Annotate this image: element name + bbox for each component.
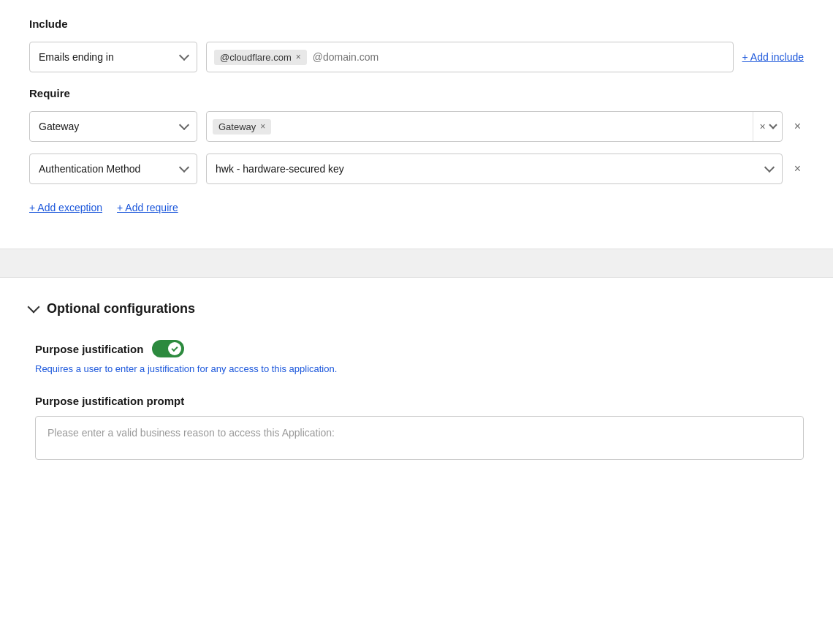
add-exception-link[interactable]: + Add exception bbox=[29, 202, 102, 213]
require-section: Require Gateway Gateway × × bbox=[29, 87, 804, 213]
optional-config-title: Optional configurations bbox=[47, 301, 195, 317]
require-section-label: Require bbox=[29, 87, 804, 99]
toggle-check-icon bbox=[172, 344, 178, 351]
auth-method-type-label: Authentication Method bbox=[39, 163, 140, 175]
gateway-tags-area: Gateway × bbox=[213, 119, 747, 135]
toggle-thumb bbox=[168, 342, 181, 355]
gateway-tag-input[interactable]: Gateway × × bbox=[206, 111, 783, 142]
gateway-tag-value: Gateway bbox=[218, 121, 256, 132]
add-require-link[interactable]: + Add require bbox=[117, 202, 178, 213]
section-divider bbox=[0, 249, 833, 278]
optional-config-header[interactable]: Optional configurations bbox=[29, 301, 804, 317]
include-domain-input[interactable] bbox=[313, 51, 726, 63]
gateway-dropdown-chevron-icon[interactable] bbox=[769, 121, 777, 129]
include-row: Emails ending in @cloudflare.com × + Add… bbox=[29, 42, 804, 72]
include-section: Include Emails ending in @cloudflare.com… bbox=[29, 18, 804, 72]
prompt-placeholder-text: Please enter a valid business reason to … bbox=[47, 427, 335, 439]
purpose-justification-prompt-label: Purpose justification prompt bbox=[35, 395, 804, 407]
optional-config-chevron-icon bbox=[28, 300, 40, 313]
include-type-dropdown-chevron-icon bbox=[179, 50, 189, 61]
include-tag-value: @cloudflare.com bbox=[220, 52, 292, 63]
bottom-section: Optional configurations Purpose justific… bbox=[0, 278, 833, 504]
purpose-justification-prompt-input[interactable]: Please enter a valid business reason to … bbox=[35, 416, 804, 460]
include-type-dropdown[interactable]: Emails ending in bbox=[29, 42, 197, 72]
gateway-type-label: Gateway bbox=[39, 121, 79, 132]
purpose-justification-toggle[interactable] bbox=[152, 340, 184, 357]
purpose-justification-label-row: Purpose justification bbox=[35, 340, 804, 357]
auth-method-value-dropdown[interactable]: hwk - hardware-secured key bbox=[206, 154, 783, 184]
add-include-link[interactable]: + Add include bbox=[742, 51, 804, 63]
require-auth-method-row: Authentication Method hwk - hardware-sec… bbox=[29, 154, 804, 184]
include-type-dropdown-label: Emails ending in bbox=[39, 51, 114, 63]
auth-method-row-remove-icon[interactable]: × bbox=[791, 162, 804, 175]
include-tag-close-icon[interactable]: × bbox=[296, 53, 301, 61]
toggle-track bbox=[152, 340, 184, 357]
auth-method-chevron-icon bbox=[179, 162, 189, 173]
include-tag-cloudflare: @cloudflare.com × bbox=[214, 50, 307, 65]
include-tag-input[interactable]: @cloudflare.com × bbox=[206, 42, 734, 72]
purpose-justification-block: Purpose justification Requires a user to… bbox=[29, 340, 804, 374]
top-section: Include Emails ending in @cloudflare.com… bbox=[0, 0, 833, 237]
gateway-tag-close-icon[interactable]: × bbox=[260, 122, 265, 131]
require-action-links: + Add exception + Add require bbox=[29, 202, 804, 213]
gateway-clear-icon[interactable]: × bbox=[759, 121, 765, 132]
purpose-justification-label: Purpose justification bbox=[35, 343, 143, 355]
gateway-row-remove-icon[interactable]: × bbox=[791, 120, 804, 133]
gateway-tag: Gateway × bbox=[213, 119, 271, 135]
gateway-type-dropdown[interactable]: Gateway bbox=[29, 111, 197, 142]
gateway-type-chevron-icon bbox=[179, 120, 189, 130]
include-section-label: Include bbox=[29, 18, 804, 30]
require-gateway-row: Gateway Gateway × × × bbox=[29, 111, 804, 142]
gateway-input-controls: × bbox=[753, 112, 775, 141]
auth-method-value-chevron-icon bbox=[764, 162, 775, 173]
page-container: Include Emails ending in @cloudflare.com… bbox=[0, 0, 833, 644]
auth-method-type-dropdown[interactable]: Authentication Method bbox=[29, 154, 197, 184]
purpose-justification-description: Requires a user to enter a justification… bbox=[35, 363, 804, 374]
auth-method-value-label: hwk - hardware-secured key bbox=[216, 163, 344, 175]
purpose-justification-prompt-block: Purpose justification prompt Please ente… bbox=[29, 395, 804, 460]
